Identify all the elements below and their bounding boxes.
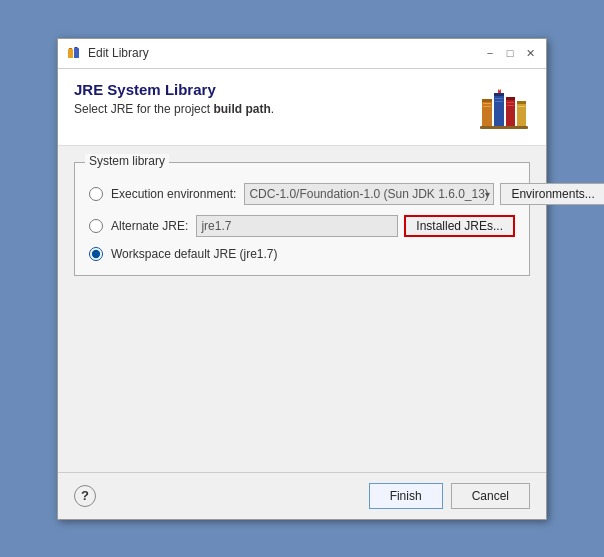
svg-rect-12: [506, 97, 515, 127]
alternate-jre-field[interactable]: [196, 215, 398, 237]
execution-env-controls: CDC-1.0/Foundation-1.0 (Sun JDK 1.6.0_13…: [244, 183, 604, 205]
minimize-button[interactable]: −: [482, 45, 498, 61]
dialog-icon: [66, 45, 82, 61]
help-button[interactable]: ?: [74, 485, 96, 507]
dialog-body: System library Execution environment: CD…: [58, 146, 546, 472]
svg-rect-10: [495, 98, 503, 99]
dialog-header: JRE System Library Select JRE for the pr…: [58, 69, 546, 146]
header-books-icon: [478, 81, 530, 133]
svg-rect-14: [507, 102, 514, 103]
execution-env-label: Execution environment:: [111, 187, 236, 201]
system-library-group: System library Execution environment: CD…: [74, 162, 530, 276]
dialog-title: JRE System Library: [74, 81, 466, 98]
edit-library-dialog: Edit Library − □ ✕ JRE System Library Se…: [57, 38, 547, 520]
svg-rect-2: [74, 48, 79, 58]
execution-env-dropdown-wrapper: CDC-1.0/Foundation-1.0 (Sun JDK 1.6.0_13…: [244, 183, 494, 205]
svg-rect-1: [69, 48, 72, 49]
svg-marker-20: [498, 89, 501, 93]
svg-rect-18: [518, 106, 525, 107]
svg-rect-0: [68, 49, 73, 58]
alternate-jre-radio[interactable]: [89, 219, 103, 233]
svg-rect-17: [517, 101, 526, 104]
header-text: JRE System Library Select JRE for the pr…: [74, 81, 466, 116]
footer-buttons: Finish Cancel: [369, 483, 530, 509]
svg-rect-15: [507, 105, 514, 106]
close-button[interactable]: ✕: [522, 45, 538, 61]
workspace-default-row: Workspace default JRE (jre1.7): [89, 247, 515, 261]
workspace-default-radio[interactable]: [89, 247, 103, 261]
dialog-footer: ? Finish Cancel: [58, 472, 546, 519]
svg-rect-9: [494, 93, 504, 96]
title-bar-controls: − □ ✕: [482, 45, 538, 61]
svg-rect-3: [75, 47, 78, 48]
svg-rect-6: [483, 103, 491, 104]
environments-button[interactable]: Environments...: [500, 183, 604, 205]
cancel-button[interactable]: Cancel: [451, 483, 530, 509]
group-legend: System library: [85, 154, 169, 168]
dialog-subtitle: Select JRE for the project build path.: [74, 102, 466, 116]
alternate-jre-controls: Installed JREs...: [196, 215, 515, 237]
alternate-jre-label: Alternate JRE:: [111, 219, 188, 233]
finish-button[interactable]: Finish: [369, 483, 443, 509]
svg-rect-19: [480, 126, 528, 129]
execution-env-row: Execution environment: CDC-1.0/Foundatio…: [89, 183, 515, 205]
workspace-default-label: Workspace default JRE (jre1.7): [111, 247, 278, 261]
svg-rect-11: [495, 101, 503, 102]
maximize-button[interactable]: □: [502, 45, 518, 61]
execution-env-radio[interactable]: [89, 187, 103, 201]
title-bar-title: Edit Library: [88, 46, 482, 60]
svg-rect-7: [483, 106, 491, 107]
svg-rect-16: [517, 101, 526, 127]
title-bar: Edit Library − □ ✕: [58, 39, 546, 69]
svg-rect-5: [482, 99, 492, 102]
svg-rect-13: [506, 97, 515, 100]
alternate-jre-row: Alternate JRE: Installed JREs...: [89, 215, 515, 237]
installed-jres-button[interactable]: Installed JREs...: [404, 215, 515, 237]
dialog-spacer: [74, 276, 530, 456]
execution-env-dropdown[interactable]: CDC-1.0/Foundation-1.0 (Sun JDK 1.6.0_13…: [244, 183, 494, 205]
